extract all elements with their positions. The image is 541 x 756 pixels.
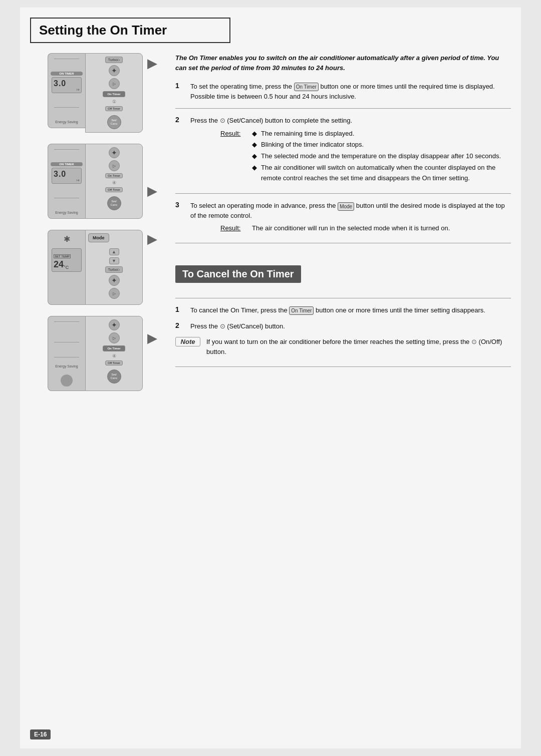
pointer-2: ▶ xyxy=(147,184,156,198)
set-circle-1: ① xyxy=(112,99,116,104)
pointer-3: ▶ xyxy=(147,232,156,246)
pointer-1: ▶ xyxy=(147,57,156,71)
nav-btn-1: ▷ xyxy=(109,78,120,89)
result-items-2: ◆The remaining time is displayed. ◆Blink… xyxy=(252,129,511,185)
nav-arrows: ▲ ▼ xyxy=(109,248,119,264)
up-btn: ▲ xyxy=(109,248,119,255)
result-row-2: Result: ◆The remaining time is displayed… xyxy=(220,129,511,185)
energy-saving-1: Energy Saving xyxy=(51,120,83,124)
result-block-3: Result: The air conditioner will run in … xyxy=(220,223,511,234)
cancel-step-1: 1 To cancel the On Timer, press the On T… xyxy=(175,305,511,315)
remote-left-panel-4: Energy Saving xyxy=(48,316,85,391)
remote-right-panel-4: ✦ ▷ On Timer ④ Off Timer Set/Canc ▶ xyxy=(85,316,143,391)
on-timer-badge-cancel: On Timer xyxy=(289,306,314,315)
step-text-3: To select an operating mode in advance, … xyxy=(190,201,511,236)
left-column: ON TIMER 3.0 Hr Energy Saving Turbo/♪ xyxy=(30,53,170,402)
display-area-1: 3.0 Hr xyxy=(52,77,82,93)
off-timer-btn-1: Off Timer xyxy=(105,106,123,111)
right-column: The On Timer enables you to switch on th… xyxy=(170,53,511,402)
nav-btn-3: ▷ xyxy=(109,288,120,299)
divider-1 xyxy=(175,108,511,109)
display-area-3: SET TEMP 24 °C xyxy=(52,248,82,272)
result-items-3: The air conditioner will run in the sele… xyxy=(252,223,450,234)
off-timer-btn-4: Off Timer xyxy=(105,360,123,365)
timer-digits-1: 3.0 xyxy=(54,79,80,88)
cancel-step-number-2: 2 xyxy=(175,321,185,329)
display-area-2: 3.0 Hr xyxy=(52,168,82,184)
remote-right-panel-2: ✦ ▷ On Timer ④ Off Timer Set/Canc ▶ xyxy=(85,144,143,219)
cancel-step-text-1: To cancel the On Timer, press the On Tim… xyxy=(190,305,511,315)
on-timer-chip-2: ON TIMER xyxy=(51,162,83,166)
line-top xyxy=(54,59,79,59)
step-number-1: 1 xyxy=(175,82,185,90)
remote-diagram-4: Energy Saving ✦ ▷ On Timer ④ Off Timer S… xyxy=(30,316,160,391)
cancel-step-2: 2 Press the ⊙ (Set/Cancel) button. xyxy=(175,321,511,331)
line-bottom-2 xyxy=(54,198,79,198)
on-timer-btn-1: On Timer xyxy=(103,91,125,97)
fan-btn-4: ✦ xyxy=(109,319,120,330)
step-text-2: Press the ⊙ (Set/Cancel) button to compl… xyxy=(190,116,511,186)
cancel-step-text-2: Press the ⊙ (Set/Cancel) button. xyxy=(190,321,511,331)
set-circle-2: ④ xyxy=(112,180,116,185)
temp-unit: °C xyxy=(64,265,69,270)
note-label: Note xyxy=(175,337,200,346)
nav-btn-4: ▷ xyxy=(109,332,120,343)
temp-digits: 24 xyxy=(54,259,64,270)
set-cancel-2: Set/Canc xyxy=(107,196,121,210)
step-text-1: To set the operating time, press the On … xyxy=(190,82,511,101)
remote-diagram-1: ON TIMER 3.0 Hr Energy Saving Turbo/♪ xyxy=(30,53,160,133)
on-timer-chip-1: ON TIMER xyxy=(51,72,83,76)
set-cancel-4: Set/Canc xyxy=(107,369,121,384)
result-item-2-3: ◆The selected mode and the temperature o… xyxy=(252,151,511,162)
result-item-2-1: ◆The remaining time is displayed. xyxy=(252,129,511,139)
page-number: E-16 xyxy=(30,729,51,739)
cancel-section-title: To Cancel the On Timer xyxy=(175,265,301,283)
title-bar: Setting the On Timer xyxy=(30,18,230,43)
power-btn-4 xyxy=(61,374,73,387)
intro-text: The On Timer enables you to switch on th… xyxy=(175,53,511,73)
remote-left-panel-2: ON TIMER 3.0 Hr Energy Saving xyxy=(48,144,85,219)
mode-badge: Mode xyxy=(338,202,354,211)
line-bot-4 xyxy=(54,357,79,357)
set-temp-label-3: SET TEMP xyxy=(54,254,71,258)
on-timer-btn-4: On Timer xyxy=(103,345,125,351)
step-1: 1 To set the operating time, press the O… xyxy=(175,82,511,101)
fan-btn-3: ✦ xyxy=(109,275,120,286)
divider-3 xyxy=(175,243,511,243)
result-label-2: Result: xyxy=(220,129,248,139)
step-3: 3 To select an operating mode in advance… xyxy=(175,201,511,236)
line-mid-4 xyxy=(54,342,79,342)
step-2: 2 Press the ⊙ (Set/Cancel) button to com… xyxy=(175,116,511,186)
mode-btn: Mode xyxy=(88,233,109,242)
fan-btn-1: ✦ xyxy=(109,65,120,76)
set-cancel-1: Set/Canc xyxy=(107,115,121,129)
cancel-step-number-1: 1 xyxy=(175,305,185,313)
result-item-2-4: ◆The air conditioner will switch on auto… xyxy=(252,163,511,184)
remote-left-panel-1: ON TIMER 3.0 Hr Energy Saving xyxy=(48,53,85,128)
nav-btn-2: ▷ xyxy=(109,160,120,171)
remote-diagram-2: ON TIMER 3.0 Hr Energy Saving ✦ xyxy=(30,144,160,219)
result-block-2: Result: ◆The remaining time is displayed… xyxy=(220,129,511,185)
on-timer-btn-2: On Timer xyxy=(105,173,123,178)
note-text: If you want to turn on the air condition… xyxy=(206,337,511,356)
line-top-2 xyxy=(54,149,79,150)
remote-right-panel-1: Turbo/♪ ✦ ▷ On Timer ① Off Timer Set/Can… xyxy=(85,53,143,133)
pointer-4: ▶ xyxy=(147,331,156,345)
turbo-btn-3: Turbo/♪ xyxy=(105,266,123,273)
turbo-btn-1: Turbo/♪ xyxy=(105,57,123,63)
on-timer-badge-1: On Timer xyxy=(294,83,319,91)
snowflake-icon: ✱ xyxy=(51,234,83,244)
step-number-2: 2 xyxy=(175,116,185,124)
hr-label-2: Hr xyxy=(54,179,80,182)
set-circle-4: ④ xyxy=(112,353,116,358)
divider-5 xyxy=(175,366,511,367)
divider-4 xyxy=(175,298,511,298)
page: Setting the On Timer ON TIMER 3.0 Hr xyxy=(20,8,521,748)
fan-btn-2: ✦ xyxy=(109,147,120,158)
result-item-2-2: ◆Blinking of the timer indicator stops. xyxy=(252,140,511,150)
line-top-4 xyxy=(54,321,79,322)
result-label-3: Result: xyxy=(220,223,248,233)
off-timer-btn-2: Off Timer xyxy=(105,187,123,192)
down-btn: ▼ xyxy=(109,257,119,264)
note-block: Note If you want to turn on the air cond… xyxy=(175,337,511,356)
